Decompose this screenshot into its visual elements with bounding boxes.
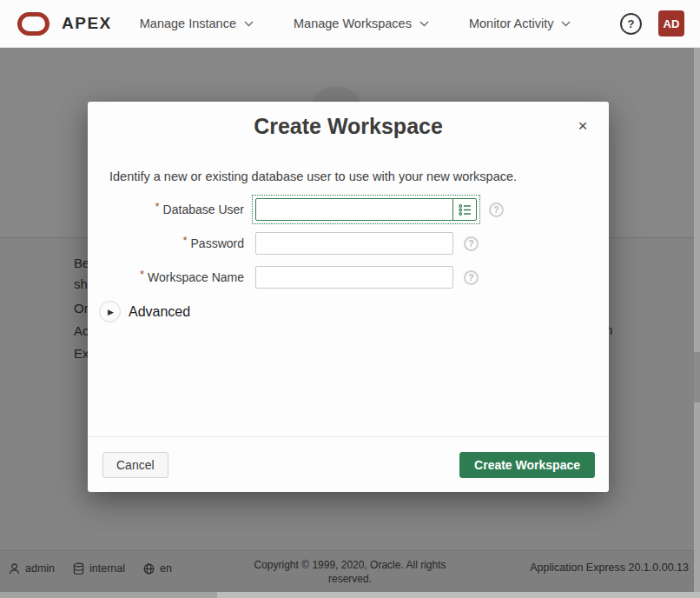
menu-manage-instance-label: Manage Instance xyxy=(140,17,236,30)
required-marker: * xyxy=(155,200,160,213)
menu-monitor-activity[interactable]: Monitor Activity xyxy=(469,17,571,30)
advanced-expand-icon[interactable]: ▶ xyxy=(99,301,121,322)
apex-admin-screen: APEX Manage Instance Manage Workspaces M… xyxy=(0,0,700,598)
header-right: ? AD xyxy=(620,10,700,37)
advanced-section: ▶ Advanced xyxy=(99,301,609,322)
dialog-description: Identify a new or existing database user… xyxy=(109,169,587,183)
required-marker: * xyxy=(182,234,187,247)
workspace-name-field-cell: ? xyxy=(255,266,479,289)
advanced-label: Advanced xyxy=(129,304,190,320)
dialog-footer: Cancel Create Workspace xyxy=(88,436,609,492)
lov-picker-button[interactable] xyxy=(452,198,477,221)
workspace-name-label: *Workspace Name xyxy=(88,270,244,284)
avatar[interactable]: AD xyxy=(658,10,684,37)
form-row-database-user: *Database User ? xyxy=(88,198,609,221)
database-user-combo xyxy=(255,198,477,221)
horizontal-scrollbar-thumb[interactable] xyxy=(0,592,217,598)
database-user-input[interactable] xyxy=(255,198,453,221)
vertical-scrollbar-thumb[interactable] xyxy=(694,352,700,402)
menu-monitor-activity-label: Monitor Activity xyxy=(469,17,554,30)
password-help-icon[interactable]: ? xyxy=(464,236,479,251)
help-icon[interactable]: ? xyxy=(620,13,642,35)
chevron-down-icon xyxy=(561,21,571,27)
app-header: APEX Manage Instance Manage Workspaces M… xyxy=(0,0,700,48)
close-icon[interactable]: × xyxy=(574,117,591,135)
dialog-title: Create Workspace xyxy=(140,114,557,138)
menu-manage-instance[interactable]: Manage Instance xyxy=(140,17,254,30)
workspace-name-input[interactable] xyxy=(255,266,453,289)
password-label: *Password xyxy=(88,236,244,250)
menu-manage-workspaces-label: Manage Workspaces xyxy=(294,17,412,30)
main-nav: Manage Instance Manage Workspaces Monito… xyxy=(140,17,571,30)
database-user-field-cell: ? xyxy=(255,198,504,221)
create-workspace-form: *Database User ? *Password xyxy=(88,198,609,322)
menu-manage-workspaces[interactable]: Manage Workspaces xyxy=(294,17,429,30)
vertical-scrollbar[interactable] xyxy=(694,48,700,592)
chevron-down-icon xyxy=(419,21,429,27)
oracle-logo-icon xyxy=(17,12,50,36)
cancel-button[interactable]: Cancel xyxy=(102,452,168,478)
database-user-label: *Database User xyxy=(88,203,244,216)
form-row-workspace-name: *Workspace Name ? xyxy=(88,266,609,289)
create-workspace-dialog: × Create Workspace Identify a new or exi… xyxy=(88,102,609,492)
required-marker: * xyxy=(140,268,144,281)
password-input[interactable] xyxy=(255,232,453,255)
chevron-down-icon xyxy=(244,21,254,27)
create-workspace-button[interactable]: Create Workspace xyxy=(459,452,595,478)
list-picker-icon xyxy=(459,204,472,216)
password-field-cell: ? xyxy=(255,232,479,255)
database-user-help-icon[interactable]: ? xyxy=(489,203,504,217)
form-row-password: *Password ? xyxy=(88,232,609,255)
horizontal-scrollbar[interactable] xyxy=(0,592,700,598)
workspace-name-help-icon[interactable]: ? xyxy=(464,270,479,285)
brand-text: APEX xyxy=(62,14,112,33)
